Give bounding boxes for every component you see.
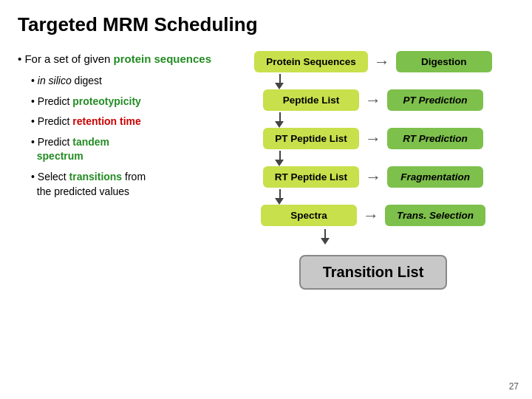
- box-digestion: Digestion: [396, 51, 492, 72]
- arrowhead-1: [275, 83, 284, 89]
- left-panel: • For a set of given protein sequences •…: [18, 48, 217, 290]
- page: Targeted MRM Scheduling • For a set of g…: [0, 0, 532, 399]
- arrow-right-1: →: [374, 54, 390, 70]
- arrowhead-5: [321, 238, 330, 245]
- transition-list-label: Transition List: [323, 264, 424, 280]
- line-4: [279, 189, 281, 198]
- box-rt-prediction: RT Prediction: [387, 128, 483, 149]
- box-rt-peptide-list: RT Peptide List: [263, 166, 359, 188]
- flow-row-4: RT Peptide List → Fragmentation: [263, 166, 483, 188]
- line-3: [279, 151, 281, 160]
- arrowhead-3: [275, 160, 284, 166]
- connector-2: [232, 112, 514, 128]
- box-pt-prediction: PT Prediction: [387, 89, 483, 111]
- box-peptide-list: Peptide List: [263, 89, 359, 111]
- connector-5: [232, 229, 514, 245]
- main-bullet: • For a set of given protein sequences: [18, 51, 217, 66]
- box-trans-selection: Trans. Selection: [385, 205, 485, 226]
- box-pt-peptide-list: PT Peptide List: [263, 128, 359, 149]
- line-5: [324, 229, 326, 238]
- sub-bullet-5: • Select transitions from the predicted …: [31, 170, 217, 199]
- box-protein-sequences: Protein Sequences: [254, 51, 368, 72]
- box-spectra: Spectra: [261, 205, 357, 226]
- connector-3: [232, 151, 514, 166]
- transition-list-section: Transition List: [232, 249, 514, 290]
- arrowhead-2: [275, 121, 284, 128]
- box-fragmentation: Fragmentation: [387, 166, 483, 188]
- content-area: • For a set of given protein sequences •…: [18, 48, 514, 290]
- line-2: [279, 112, 281, 121]
- arrowhead-4: [275, 198, 284, 205]
- arrow-right-3: →: [365, 131, 381, 147]
- sub-bullet-4: • Predict tandem spectrum: [31, 135, 217, 164]
- slide-number: 27: [509, 381, 519, 392]
- flow-row-5: Spectra → Trans. Selection: [261, 205, 485, 226]
- sub-bullet-2: • Predict proteotypicity: [31, 95, 217, 109]
- sub-bullet-1: • in silico digest: [31, 74, 217, 89]
- flow-row-3: PT Peptide List → RT Prediction: [263, 128, 483, 149]
- connector-4: [232, 189, 514, 205]
- connector-1: [232, 74, 514, 89]
- flow-row-2: Peptide List → PT Prediction: [263, 89, 483, 111]
- flowchart: Protein Sequences → Digestion Peptide Li…: [232, 48, 514, 290]
- page-title: Targeted MRM Scheduling: [18, 13, 514, 36]
- line-1: [279, 74, 281, 83]
- arrow-right-5: →: [363, 208, 379, 224]
- main-highlight: protein sequences: [113, 52, 211, 65]
- arrow-right-4: →: [365, 169, 381, 185]
- arrow-right-2: →: [365, 92, 381, 109]
- transition-list-box: Transition List: [299, 255, 448, 290]
- flow-row-1: Protein Sequences → Digestion: [254, 51, 492, 72]
- sub-bullet-3: • Predict retention time: [31, 115, 217, 129]
